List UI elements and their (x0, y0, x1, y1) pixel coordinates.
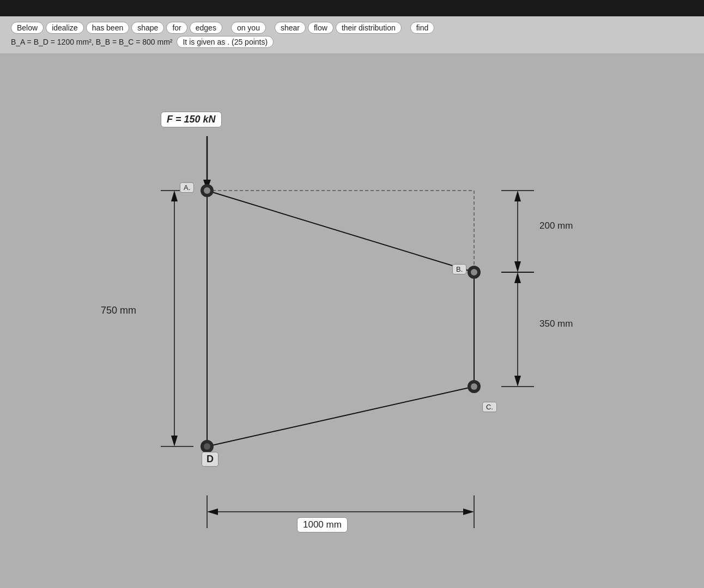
svg-point-35 (204, 443, 210, 450)
force-label: F = 150 kN (161, 112, 222, 127)
svg-marker-22 (514, 376, 521, 387)
tag-on-you: on you (231, 22, 266, 34)
svg-line-5 (207, 387, 474, 446)
spacer2 (268, 27, 272, 29)
tag-idealize: idealize (46, 22, 83, 34)
tag-for: for (166, 22, 187, 34)
node-d-label: D (202, 452, 219, 467)
svg-marker-21 (514, 272, 521, 283)
dim-1000: 1000 mm (297, 517, 348, 532)
given-note: It is given as . (25 points) (177, 36, 274, 48)
header-row1: Below idealize has been shape for edges … (11, 22, 693, 34)
dim-200: 200 mm (539, 220, 573, 231)
equation-text: B_A = B_D = 1200 mm², B_B = B_C = 800 mm… (11, 38, 172, 46)
tag-below: Below (11, 22, 44, 34)
svg-point-32 (204, 187, 210, 194)
diagram-svg (0, 65, 704, 588)
svg-point-34 (471, 383, 477, 390)
tag-edges: edges (190, 22, 222, 34)
node-a-label: A. (180, 182, 194, 193)
tag-their-distribution: their distribution (336, 22, 402, 34)
svg-marker-17 (514, 261, 521, 272)
svg-point-33 (471, 269, 477, 275)
spacer3 (404, 27, 408, 29)
svg-marker-16 (514, 191, 521, 201)
tag-shear: shear (275, 22, 306, 34)
tag-has-been: has been (86, 22, 130, 34)
spacer1 (224, 27, 229, 29)
svg-marker-11 (171, 191, 178, 201)
header-area: Below idealize has been shape for edges … (0, 16, 704, 53)
tag-find: find (410, 22, 435, 34)
tag-shape: shape (131, 22, 164, 34)
tag-flow: flow (308, 22, 333, 34)
node-b-label: B. (452, 264, 466, 274)
dim-750: 750 mm (101, 305, 136, 316)
header-row2: B_A = B_D = 1200 mm², B_B = B_C = 800 mm… (11, 36, 693, 48)
top-bar (0, 0, 704, 16)
svg-marker-26 (207, 509, 218, 515)
svg-marker-27 (463, 509, 474, 515)
svg-marker-12 (171, 436, 178, 446)
svg-line-3 (207, 191, 474, 272)
node-c-label: C. (482, 402, 497, 412)
diagram-area: F = 150 kN A. B. C. D 750 mm 200 mm 350 … (0, 65, 704, 588)
dim-350: 350 mm (539, 318, 573, 329)
